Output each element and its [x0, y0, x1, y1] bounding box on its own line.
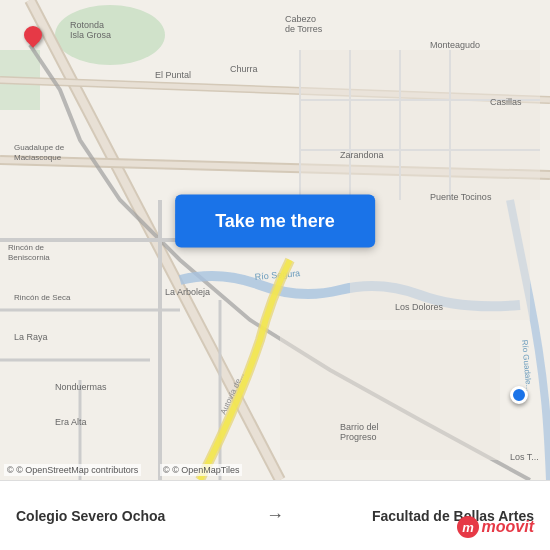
svg-text:Rincón de: Rincón de — [8, 243, 45, 252]
svg-text:Beniscornia: Beniscornia — [8, 253, 50, 262]
moovit-brand-text: moovit — [482, 518, 534, 536]
moovit-icon: m — [457, 516, 479, 538]
svg-text:Progreso: Progreso — [340, 432, 377, 442]
svg-text:Los Dolores: Los Dolores — [395, 302, 444, 312]
svg-text:Casillas: Casillas — [490, 97, 522, 107]
route-from-label: Colegio Severo Ochoa — [16, 508, 254, 524]
route-end-pin — [510, 386, 528, 404]
svg-text:de Torres: de Torres — [285, 24, 323, 34]
svg-text:m: m — [462, 520, 474, 535]
svg-text:Isla Grosa: Isla Grosa — [70, 30, 111, 40]
attribution-text: © © OpenStreetMap contributors — [4, 464, 141, 476]
map-container: Río Segura Río Guadale... Autovía de... … — [0, 0, 550, 480]
svg-text:Guadalupe de: Guadalupe de — [14, 143, 65, 152]
svg-text:El Puntal: El Puntal — [155, 70, 191, 80]
svg-text:Rincón de Seca: Rincón de Seca — [14, 293, 71, 302]
svg-text:Maciascoque: Maciascoque — [14, 153, 62, 162]
moovit-logo: m moovit — [457, 516, 534, 538]
svg-text:Cabezo: Cabezo — [285, 14, 316, 24]
route-arrow-icon: → — [266, 505, 284, 526]
svg-text:Puente Tocinos: Puente Tocinos — [430, 192, 492, 202]
svg-text:Zarandona: Zarandona — [340, 150, 384, 160]
svg-text:La Raya: La Raya — [14, 332, 48, 342]
svg-rect-18 — [300, 50, 540, 200]
svg-text:Barrio del: Barrio del — [340, 422, 379, 432]
svg-text:Los T...: Los T... — [510, 452, 539, 462]
svg-text:Nonduermas: Nonduermas — [55, 382, 107, 392]
svg-rect-20 — [280, 330, 500, 460]
svg-text:Monteagudo: Monteagudo — [430, 40, 480, 50]
svg-text:Rotonda: Rotonda — [70, 20, 104, 30]
bottom-bar: Colegio Severo Ochoa → Facultad de Bella… — [0, 480, 550, 550]
attribution-text-2: © © OpenMapTiles — [160, 464, 242, 476]
svg-text:Era Alta: Era Alta — [55, 417, 87, 427]
svg-text:La Arboleja: La Arboleja — [165, 287, 210, 297]
take-me-there-button[interactable]: Take me there — [175, 194, 375, 247]
svg-text:Churra: Churra — [230, 64, 258, 74]
